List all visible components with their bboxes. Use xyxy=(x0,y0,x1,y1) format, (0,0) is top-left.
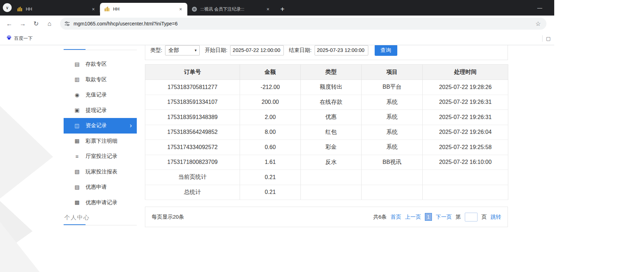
sidebar-item-withdraw-zone[interactable]: ▥ 取款专区 xyxy=(64,72,137,88)
column-header-amount: 金额 xyxy=(240,65,301,80)
records-table: 订单号 金额 类型 项目 处理时间 1753183705811277 -212.… xyxy=(145,64,508,200)
table-cell: 1753183564249852 xyxy=(145,125,240,140)
table-cell: 系统 xyxy=(362,140,423,155)
tab-title: :::视讯 会员下注纪录::: xyxy=(200,6,263,12)
site-favicon xyxy=(17,6,23,12)
table-cell: 2025-07-22 19:26:04 xyxy=(423,125,508,140)
sidebar-item-label: 存款专区 xyxy=(86,61,107,67)
table-row: 1753183591348389 2.00 优惠 系统 2025-07-22 1… xyxy=(145,110,508,125)
table-cell: -212.00 xyxy=(240,80,301,95)
end-date-input[interactable] xyxy=(315,45,368,55)
address-bar[interactable]: mgm1065.com/hhcp/usercenter.html?iniType… xyxy=(60,18,546,30)
tab-title: HH xyxy=(113,7,175,12)
sidebar-item-promo-apply[interactable]: ▨ 优惠申请 xyxy=(64,179,137,195)
hall-records-icon: ≡ xyxy=(74,153,81,159)
type-select[interactable]: 全部 ▾ xyxy=(165,45,200,55)
jump-link[interactable]: 跳转 xyxy=(491,214,501,220)
bookmark-label: 百度一下 xyxy=(14,35,33,42)
table-cell xyxy=(362,170,423,185)
tab-video-records[interactable]: :::视讯 会员下注纪录::: × xyxy=(187,3,275,16)
forward-button[interactable]: → xyxy=(17,18,28,29)
funds-icon: ◫ xyxy=(74,123,81,129)
prev-page-link[interactable]: 上一页 xyxy=(405,214,421,220)
table-cell: 优惠 xyxy=(301,110,362,125)
close-icon[interactable]: × xyxy=(177,6,184,12)
table-cell xyxy=(423,185,508,200)
bookmarks-bar: 百度一下 ▢ xyxy=(0,32,554,45)
sidebar-item-withdrawal-records[interactable]: ▣ 提现记录 xyxy=(64,103,137,118)
lottery-detail-icon: ▦ xyxy=(74,138,81,144)
sidebar-item-label: 取款专区 xyxy=(86,76,107,83)
table-cell xyxy=(301,170,362,185)
sidebar-item-label: 厅室投注记录 xyxy=(86,153,117,160)
sidebar-menu: ▤ 存款专区 ▥ 取款专区 ◉ 充值记录 ▣ 提现记录 xyxy=(64,57,137,210)
sidebar-item-label: 资金记录 xyxy=(86,122,107,129)
toolbar: ← → ↻ ⌂ mgm1065.com/hhcp/usercenter.html… xyxy=(0,16,554,32)
jump-label-post: 页 xyxy=(481,214,487,220)
bookmark-star-icon[interactable]: ☆ xyxy=(534,20,542,28)
table-cell: BB平台 xyxy=(362,80,423,95)
section-underline xyxy=(64,225,137,225)
column-header-order-no: 订单号 xyxy=(145,65,240,80)
screen: ∨ HH × HH × :::视讯 会 xyxy=(0,0,644,272)
table-cell: 0.21 xyxy=(240,170,301,185)
promo-icon: ▨ xyxy=(74,184,81,190)
site-info-icon[interactable] xyxy=(64,21,70,26)
sidebar-item-hall-bet-records[interactable]: ≡ 厅室投注记录 xyxy=(64,149,137,164)
sidebar-item-label: 彩票下注明细 xyxy=(86,138,117,144)
video-site-favicon xyxy=(192,6,197,12)
table-cell: 200.00 xyxy=(240,95,301,110)
back-button[interactable]: ← xyxy=(4,18,15,29)
table-cell: 系统 xyxy=(362,125,423,140)
sidebar-item-lottery-bet-details[interactable]: ▦ 彩票下注明细 xyxy=(64,134,137,149)
sidebar-item-label: 提现记录 xyxy=(86,107,107,114)
sidebar-item-promo-apply-records[interactable]: ▩ 优惠申请记录 xyxy=(64,195,137,211)
close-icon[interactable]: × xyxy=(90,6,96,12)
new-tab-button[interactable]: + xyxy=(277,4,287,14)
bookmark-baidu[interactable]: 百度一下 xyxy=(4,34,35,43)
table-cell: 1753183591334107 xyxy=(145,95,240,110)
table-cell: 总统计 xyxy=(145,185,240,200)
sidebar-item-player-bet-report[interactable]: ▧ 玩家投注报表 xyxy=(64,164,137,180)
sidebar-item-recharge-records[interactable]: ◉ 充值记录 xyxy=(64,87,137,103)
sidebar-item-funds-records[interactable]: ◫ 资金记录 › xyxy=(64,118,137,134)
tab-hh-2-active[interactable]: HH × xyxy=(100,3,187,16)
section-underline xyxy=(64,50,137,50)
tab-search-button[interactable]: ∨ xyxy=(3,3,12,12)
minimize-button[interactable]: — xyxy=(534,5,546,11)
side-panel-icon[interactable]: ▢ xyxy=(546,36,551,41)
sidebar-item-label: 玩家投注报表 xyxy=(86,168,117,175)
browser-window: ∨ HH × HH × :::视讯 会 xyxy=(0,0,554,272)
reload-button[interactable]: ↻ xyxy=(30,18,42,29)
column-header-project: 项目 xyxy=(362,65,423,80)
tab-hh-1[interactable]: HH × xyxy=(13,3,100,16)
table-cell: 额度转出 xyxy=(301,80,362,95)
close-icon[interactable]: × xyxy=(265,6,271,12)
start-date-input[interactable] xyxy=(230,45,284,55)
current-page-badge[interactable]: 1 xyxy=(425,213,432,221)
withdraw-icon: ▥ xyxy=(74,76,81,83)
sidebar-item-label: 充值记录 xyxy=(86,91,107,98)
home-button[interactable]: ⌂ xyxy=(44,18,55,29)
first-page-link[interactable]: 首页 xyxy=(391,214,401,220)
table-row: 1753174334092572 0.60 彩金 系统 2025-07-22 1… xyxy=(145,140,508,155)
end-date-label: 结束日期: xyxy=(289,47,311,54)
main-content: 类型: 全部 ▾ 开始日期: 结束日期: 查询 xyxy=(145,45,508,272)
deposit-icon: ▤ xyxy=(74,61,81,67)
page-jump-input[interactable] xyxy=(465,213,478,221)
query-button[interactable]: 查询 xyxy=(375,45,397,56)
site-favicon xyxy=(104,6,110,12)
total-count-text: 共6条 xyxy=(373,214,387,220)
start-date-label: 开始日期: xyxy=(205,47,227,54)
table-header-row: 订单号 金额 类型 项目 处理时间 xyxy=(145,65,508,80)
table-cell: 在线存款 xyxy=(301,95,362,110)
pagination-controls: 共6条 首页 上一页 1 下一页 第 页 跳转 xyxy=(373,213,501,221)
table-cell: 当前页统计 xyxy=(145,170,240,185)
page-viewport: 财务中心 ▤ 存款专区 ▥ 取款专区 ◉ 充值记录 xyxy=(0,45,644,272)
next-page-link[interactable]: 下一页 xyxy=(436,214,452,220)
per-page-text: 每页显示20条 xyxy=(152,214,184,220)
sidebar-item-deposit-zone[interactable]: ▤ 存款专区 xyxy=(64,57,137,72)
section-header-personal: 个人中心 xyxy=(64,214,90,221)
table-cell: 2025-07-22 19:26:31 xyxy=(423,110,508,125)
type-label: 类型: xyxy=(150,47,162,54)
